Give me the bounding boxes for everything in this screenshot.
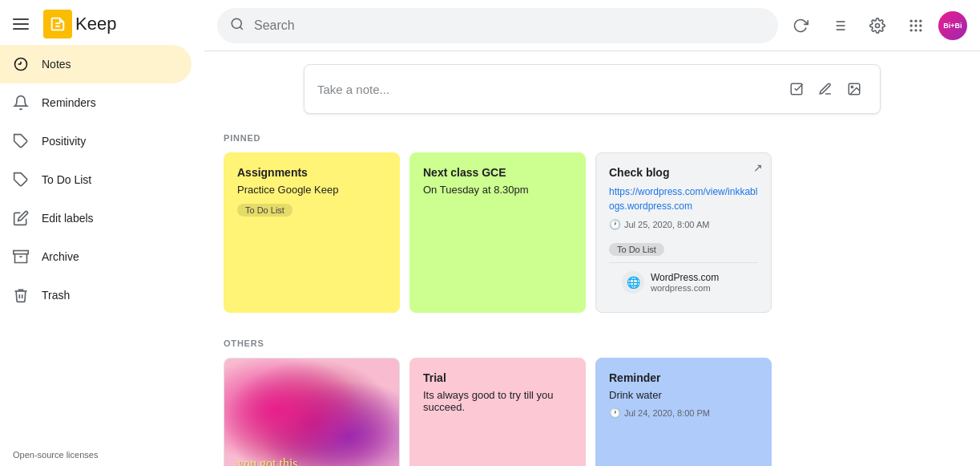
svg-point-15: [876, 23, 880, 27]
others-section-label: OTHERS: [224, 338, 961, 348]
sidebar-item-edit-labels[interactable]: Edit labels: [0, 199, 192, 237]
note-input-placeholder: Take a note...: [317, 83, 784, 96]
note-footer-title: WordPress.com: [651, 272, 719, 283]
svg-point-24: [919, 29, 922, 31]
note-trial-title: Trial: [423, 371, 572, 384]
pencil-icon[interactable]: [813, 76, 838, 102]
sidebar-item-notes-label: Notes: [42, 58, 71, 71]
note-next-class[interactable]: Next class GCE On Tuesday at 8.30pm: [409, 152, 586, 313]
note-image-text: you got this: [237, 456, 298, 466]
note-reminder-title: Reminder: [609, 371, 758, 384]
clock-icon-2: 🕐: [609, 407, 621, 419]
svg-point-18: [919, 19, 922, 22]
sidebar-item-notes[interactable]: Notes: [0, 45, 192, 83]
note-assignments-body: Practice Google Keep: [237, 184, 386, 196]
note-check-blog[interactable]: ↗ Check blog https://wordpress.com/view/…: [595, 152, 772, 313]
svg-rect-25: [791, 83, 802, 95]
app-name: Keep: [75, 14, 116, 34]
settings-button[interactable]: [861, 10, 893, 42]
archive-icon: [13, 249, 29, 265]
hamburger-menu[interactable]: [6, 12, 35, 36]
sidebar-item-reminders[interactable]: Reminders: [0, 83, 192, 122]
sidebar: Keep Notes Reminders Positivity To Do Li…: [0, 0, 204, 466]
search-input[interactable]: [254, 18, 765, 33]
tag-icon-2: [13, 172, 29, 188]
sidebar-header: Keep: [0, 6, 204, 45]
note-input-actions: [784, 76, 867, 102]
note-check-blog-footer: 🌐 WordPress.com wordpress.com: [609, 262, 758, 302]
notes-icon: [13, 56, 29, 72]
others-notes-grid: you got this Trial Its always good to tr…: [224, 358, 961, 466]
refresh-button[interactable]: [784, 10, 817, 42]
svg-point-19: [910, 24, 913, 26]
svg-line-8: [240, 26, 242, 29]
note-next-class-body: On Tuesday at 8.30pm: [423, 184, 572, 196]
sidebar-item-archive-label: Archive: [42, 250, 79, 263]
svg-point-27: [851, 86, 853, 87]
note-assignments-title: Assignments: [237, 166, 386, 179]
sidebar-item-positivity[interactable]: Positivity: [0, 122, 192, 160]
sidebar-item-todo[interactable]: To Do List: [0, 160, 192, 199]
sidebar-item-trash-label: Trash: [42, 289, 70, 302]
app-logo: [43, 10, 72, 38]
note-check-blog-reminder: 🕐 Jul 25, 2020, 8:00 AM: [609, 219, 758, 230]
search-icon: [230, 17, 244, 34]
note-you-got-this[interactable]: you got this: [224, 358, 400, 466]
topbar-actions: Bi+Bi: [784, 10, 967, 42]
external-link-icon[interactable]: ↗: [753, 161, 763, 174]
note-assignments-tag: To Do List: [237, 204, 292, 217]
list-view-button[interactable]: [823, 10, 855, 42]
main-content: Bi+Bi Take a note... PINNED: [204, 0, 980, 466]
sidebar-item-todo-label: To Do List: [42, 173, 91, 186]
svg-point-17: [914, 19, 917, 22]
note-check-blog-link[interactable]: https://wordpress.com/view/inkkablogs.wo…: [609, 186, 757, 212]
pinned-section-label: PINNED: [224, 133, 961, 143]
clock-icon: 🕐: [609, 219, 621, 230]
logo-area: Keep: [43, 10, 116, 38]
sidebar-item-reminders-label: Reminders: [42, 96, 96, 109]
note-trial[interactable]: Trial Its always good to try till you su…: [409, 358, 586, 466]
svg-point-21: [919, 24, 922, 26]
sidebar-item-archive[interactable]: Archive: [0, 237, 192, 276]
pinned-notes-grid: Assignments Practice Google Keep To Do L…: [224, 152, 961, 313]
note-reminder[interactable]: Reminder Drink water 🕐 Jul 24, 2020, 8:0…: [595, 358, 772, 466]
edit-icon: [13, 210, 29, 226]
note-image-bg: you got this: [224, 359, 399, 466]
topbar: Bi+Bi: [204, 0, 980, 51]
svg-point-22: [910, 29, 913, 31]
globe-icon: 🌐: [622, 271, 644, 294]
content-area: Take a note... PINNED Assignments Practi…: [204, 51, 980, 466]
user-avatar[interactable]: Bi+Bi: [938, 11, 967, 40]
note-image-gradient: [224, 359, 399, 466]
note-assignments[interactable]: Assignments Practice Google Keep To Do L…: [224, 152, 400, 313]
sidebar-item-edit-labels-label: Edit labels: [42, 212, 94, 225]
checkbox-icon[interactable]: [784, 76, 809, 102]
bell-icon: [13, 95, 29, 111]
svg-point-16: [910, 19, 913, 22]
note-input-bar[interactable]: Take a note...: [304, 64, 881, 114]
note-check-blog-title: Check blog: [609, 166, 758, 179]
note-footer-domain: wordpress.com: [651, 283, 719, 293]
svg-point-23: [914, 29, 917, 31]
apps-button[interactable]: [900, 10, 932, 42]
sidebar-item-trash[interactable]: Trash: [0, 276, 192, 314]
sidebar-footer[interactable]: Open-source licenses: [0, 444, 204, 466]
svg-point-7: [232, 18, 241, 28]
note-trial-body: Its always good to try till you succeed.: [423, 389, 572, 413]
svg-point-20: [914, 24, 917, 26]
svg-rect-5: [14, 251, 28, 254]
note-check-blog-tag: To Do List: [609, 243, 664, 256]
note-next-class-title: Next class GCE: [423, 166, 572, 179]
search-bar[interactable]: [217, 8, 778, 43]
image-icon[interactable]: [841, 76, 867, 102]
sidebar-item-positivity-label: Positivity: [42, 135, 86, 148]
tag-icon: [13, 133, 29, 149]
note-reminder-body: Drink water: [609, 389, 758, 401]
trash-icon: [13, 287, 29, 303]
note-reminder-time: 🕐 Jul 24, 2020, 8:00 PM: [609, 407, 758, 419]
